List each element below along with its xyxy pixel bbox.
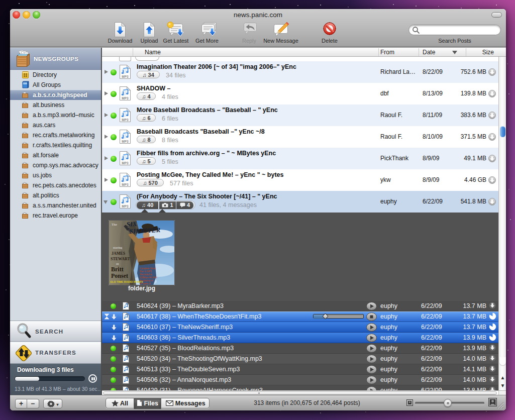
svg-text:128kbps 44.1kHz: 128kbps 44.1kHz — [140, 276, 158, 279]
svg-text:Run In MP3: Run In MP3 — [140, 270, 152, 273]
svg-text:OLD TIME RADIO IN MP3: OLD TIME RADIO IN MP3 — [110, 280, 143, 283]
svg-text:Complete Show: Complete Show — [140, 267, 156, 270]
svg-text:for playing on: for playing on — [140, 279, 154, 282]
svg-text:as: as — [116, 262, 119, 265]
svg-text:The: The — [112, 223, 117, 227]
svg-text:Ponset: Ponset — [111, 272, 128, 279]
svg-text:Britt: Britt — [111, 266, 124, 273]
svg-text:JAMES: JAMES — [112, 251, 126, 256]
svg-text:STEWART: STEWART — [111, 257, 131, 261]
svg-text:Recorded at: Recorded at — [140, 273, 152, 276]
svg-text:starring: starring — [113, 246, 122, 249]
